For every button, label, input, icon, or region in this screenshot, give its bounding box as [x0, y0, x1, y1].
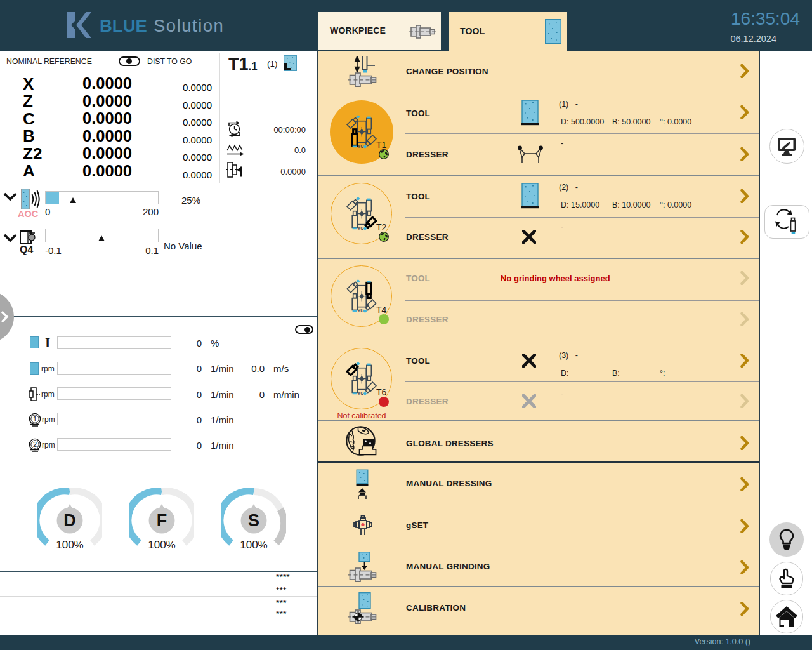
svg-text:YU: YU	[357, 225, 363, 230]
svg-text:F: F	[157, 511, 167, 530]
svg-text:2: 2	[33, 441, 37, 448]
svg-text:YU: YU	[357, 390, 363, 395]
svg-text:1: 1	[33, 415, 37, 423]
svg-text:D: D	[63, 511, 76, 530]
svg-text:S: S	[248, 511, 259, 530]
svg-text:YU: YU	[357, 308, 363, 312]
svg-text:YU: YU	[357, 143, 363, 148]
